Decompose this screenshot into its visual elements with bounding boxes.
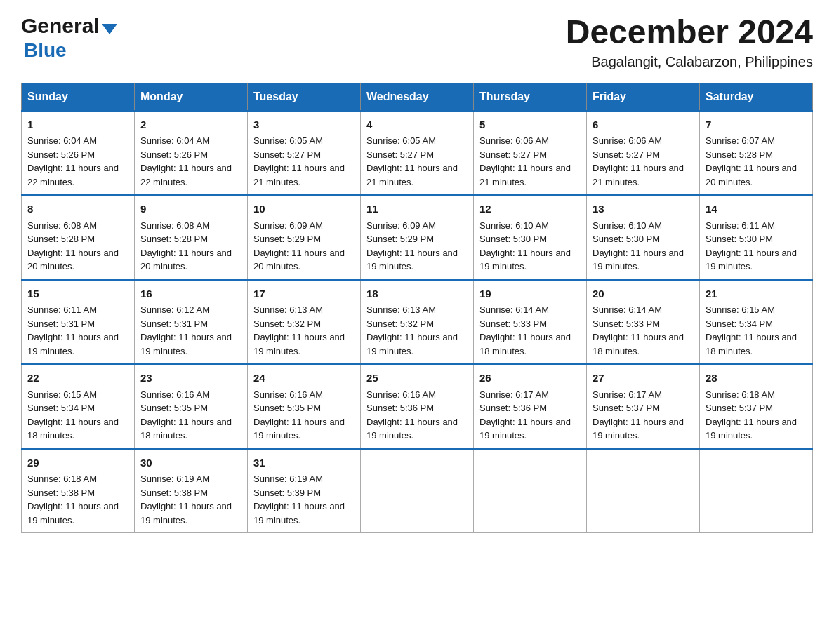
day-number: 17	[253, 286, 355, 302]
logo: General Blue	[21, 14, 117, 62]
logo-blue-text: Blue	[24, 39, 67, 61]
calendar-cell: 20Sunrise: 6:14 AMSunset: 5:33 PMDayligh…	[587, 280, 700, 365]
day-number: 29	[27, 455, 128, 471]
day-number: 8	[27, 201, 128, 217]
day-number: 13	[593, 201, 694, 217]
calendar-cell: 22Sunrise: 6:15 AMSunset: 5:34 PMDayligh…	[22, 364, 135, 449]
calendar-cell: 8Sunrise: 6:08 AMSunset: 5:28 PMDaylight…	[22, 195, 135, 280]
calendar-header-saturday: Saturday	[700, 83, 813, 111]
calendar-header-wednesday: Wednesday	[361, 83, 474, 111]
calendar-cell: 29Sunrise: 6:18 AMSunset: 5:38 PMDayligh…	[22, 449, 135, 533]
day-number: 1	[27, 117, 128, 133]
day-number: 5	[479, 117, 581, 133]
day-number: 18	[366, 286, 468, 302]
calendar-cell: 16Sunrise: 6:12 AMSunset: 5:31 PMDayligh…	[135, 280, 248, 365]
logo-general-text: General	[21, 14, 100, 38]
day-number: 27	[593, 370, 694, 387]
day-number: 23	[140, 370, 241, 387]
calendar-cell: 23Sunrise: 6:16 AMSunset: 5:35 PMDayligh…	[135, 364, 248, 449]
day-number: 30	[140, 455, 241, 471]
calendar-header-sunday: Sunday	[22, 83, 135, 111]
calendar-cell: 25Sunrise: 6:16 AMSunset: 5:36 PMDayligh…	[361, 364, 474, 449]
calendar-cell: 1Sunrise: 6:04 AMSunset: 5:26 PMDaylight…	[22, 111, 135, 196]
calendar-cell: 30Sunrise: 6:19 AMSunset: 5:38 PMDayligh…	[135, 449, 248, 533]
calendar-cell: 18Sunrise: 6:13 AMSunset: 5:32 PMDayligh…	[361, 280, 474, 365]
calendar-cell	[587, 449, 700, 533]
calendar-cell: 5Sunrise: 6:06 AMSunset: 5:27 PMDaylight…	[474, 111, 587, 196]
calendar-cell: 17Sunrise: 6:13 AMSunset: 5:32 PMDayligh…	[248, 280, 361, 365]
calendar-cell: 21Sunrise: 6:15 AMSunset: 5:34 PMDayligh…	[700, 280, 813, 365]
logo-triangle-icon	[102, 24, 117, 34]
calendar-cell: 6Sunrise: 6:06 AMSunset: 5:27 PMDaylight…	[587, 111, 700, 196]
day-number: 10	[253, 201, 355, 217]
calendar-cell: 9Sunrise: 6:08 AMSunset: 5:28 PMDaylight…	[135, 195, 248, 280]
day-number: 9	[140, 201, 241, 217]
day-number: 3	[253, 117, 355, 133]
day-number: 28	[706, 370, 807, 387]
day-number: 16	[140, 286, 241, 302]
day-number: 19	[479, 286, 581, 302]
calendar-cell: 7Sunrise: 6:07 AMSunset: 5:28 PMDaylight…	[700, 111, 813, 196]
day-number: 31	[253, 455, 355, 471]
day-number: 25	[366, 370, 468, 387]
calendar-cell: 24Sunrise: 6:16 AMSunset: 5:35 PMDayligh…	[248, 364, 361, 449]
page-header: General Blue December 2024 Bagalangit, C…	[21, 14, 813, 70]
calendar-cell	[361, 449, 474, 533]
day-number: 14	[706, 201, 807, 217]
day-number: 21	[706, 286, 807, 302]
location-subtitle: Bagalangit, Calabarzon, Philippines	[566, 54, 813, 70]
calendar-cell	[700, 449, 813, 533]
day-number: 22	[27, 370, 128, 387]
calendar-cell: 27Sunrise: 6:17 AMSunset: 5:37 PMDayligh…	[587, 364, 700, 449]
calendar-cell: 26Sunrise: 6:17 AMSunset: 5:36 PMDayligh…	[474, 364, 587, 449]
calendar-header-monday: Monday	[135, 83, 248, 111]
calendar-cell: 19Sunrise: 6:14 AMSunset: 5:33 PMDayligh…	[474, 280, 587, 365]
day-number: 24	[253, 370, 355, 387]
calendar-cell: 10Sunrise: 6:09 AMSunset: 5:29 PMDayligh…	[248, 195, 361, 280]
calendar-table: SundayMondayTuesdayWednesdayThursdayFrid…	[21, 83, 813, 534]
day-number: 7	[706, 117, 807, 133]
day-number: 12	[479, 201, 581, 217]
calendar-header-tuesday: Tuesday	[248, 83, 361, 111]
month-year-title: December 2024	[566, 14, 813, 51]
day-number: 15	[27, 286, 128, 302]
title-section: December 2024 Bagalangit, Calabarzon, Ph…	[566, 14, 813, 70]
calendar-header-thursday: Thursday	[474, 83, 587, 111]
day-number: 20	[593, 286, 694, 302]
calendar-cell	[474, 449, 587, 533]
day-number: 4	[366, 117, 468, 133]
day-number: 26	[479, 370, 581, 387]
calendar-header-friday: Friday	[587, 83, 700, 111]
calendar-cell: 12Sunrise: 6:10 AMSunset: 5:30 PMDayligh…	[474, 195, 587, 280]
calendar-cell: 2Sunrise: 6:04 AMSunset: 5:26 PMDaylight…	[135, 111, 248, 196]
calendar-cell: 13Sunrise: 6:10 AMSunset: 5:30 PMDayligh…	[587, 195, 700, 280]
calendar-cell: 11Sunrise: 6:09 AMSunset: 5:29 PMDayligh…	[361, 195, 474, 280]
day-number: 6	[593, 117, 694, 133]
calendar-cell: 3Sunrise: 6:05 AMSunset: 5:27 PMDaylight…	[248, 111, 361, 196]
calendar-cell: 14Sunrise: 6:11 AMSunset: 5:30 PMDayligh…	[700, 195, 813, 280]
day-number: 11	[366, 201, 468, 217]
calendar-cell: 31Sunrise: 6:19 AMSunset: 5:39 PMDayligh…	[248, 449, 361, 533]
calendar-cell: 4Sunrise: 6:05 AMSunset: 5:27 PMDaylight…	[361, 111, 474, 196]
calendar-cell: 28Sunrise: 6:18 AMSunset: 5:37 PMDayligh…	[700, 364, 813, 449]
day-number: 2	[140, 117, 241, 133]
calendar-cell: 15Sunrise: 6:11 AMSunset: 5:31 PMDayligh…	[22, 280, 135, 365]
